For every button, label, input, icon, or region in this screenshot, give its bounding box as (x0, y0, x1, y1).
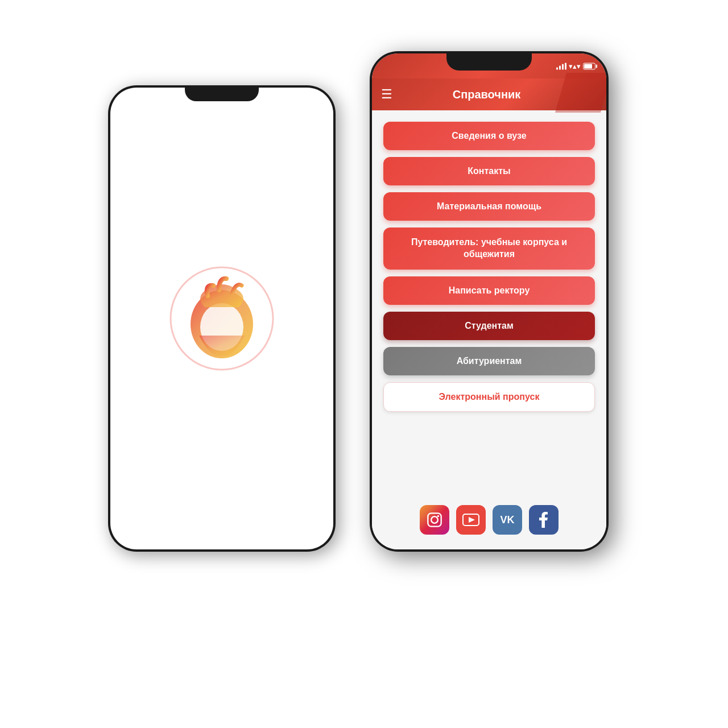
svg-rect-3 (428, 513, 441, 526)
svg-marker-7 (469, 517, 475, 523)
menu-item-contacts[interactable]: Контакты (383, 157, 595, 185)
menu-item-info[interactable]: Сведения о вузе (383, 122, 595, 150)
menu-item-students[interactable]: Студентам (383, 312, 595, 340)
scene: 16:35 ▾▴▾ (108, 51, 620, 677)
back-phone-screen (110, 88, 333, 549)
phone-back (108, 85, 336, 552)
menu-item-aid[interactable]: Материальная помощь (383, 192, 595, 221)
battery-icon (583, 63, 597, 69)
hamburger-icon[interactable]: ☰ (381, 88, 393, 101)
svg-point-4 (431, 516, 438, 523)
notch (446, 53, 532, 71)
phone-screen: 16:35 ▾▴▾ (372, 53, 606, 549)
wifi-icon: ▾▴▾ (569, 62, 581, 71)
menu-item-guide[interactable]: Путеводитель: учебные корпуса и общежити… (383, 228, 595, 270)
app-bar: ☰ Справочник (372, 78, 606, 110)
status-icons: ▾▴▾ (556, 62, 597, 71)
menu-item-pass[interactable]: Электронный пропуск (383, 382, 595, 412)
youtube-icon[interactable] (456, 505, 486, 535)
svg-point-5 (437, 515, 440, 518)
vk-icon[interactable]: VK (493, 505, 522, 535)
back-phone-notch (185, 85, 259, 101)
menu-item-abitur[interactable]: Абитуриентам (383, 347, 595, 375)
signal-icon (556, 63, 566, 69)
menu-content: Сведения о вузе Контакты Материальная по… (372, 110, 606, 549)
social-links-row: VK (383, 499, 595, 538)
facebook-icon[interactable] (529, 505, 559, 535)
app-logo (165, 262, 279, 375)
phone-front: 16:35 ▾▴▾ (370, 51, 609, 552)
menu-item-rector[interactable]: Написать ректору (383, 276, 595, 305)
app-bar-title: Справочник (402, 88, 571, 101)
instagram-icon[interactable] (420, 505, 449, 535)
